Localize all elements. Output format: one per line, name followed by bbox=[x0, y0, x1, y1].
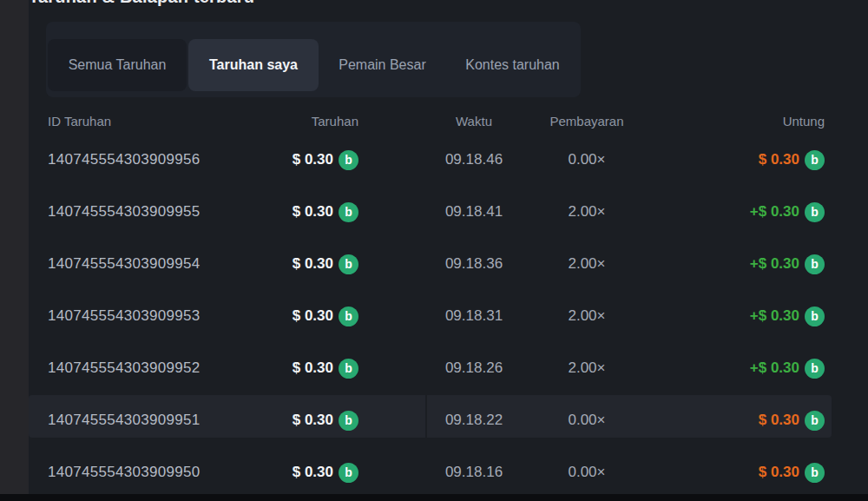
bc-coin-icon: b bbox=[339, 254, 358, 274]
table-row[interactable]: 140745554303909952 $ 0.30b 09.18.26 2.00… bbox=[29, 342, 832, 394]
bc-coin-icon: b bbox=[805, 202, 825, 222]
page-title: Taruhan & Balapan terbaru bbox=[29, 0, 463, 7]
bet-payout: 0.00× bbox=[568, 464, 605, 481]
bet-time: 09.18.16 bbox=[445, 464, 503, 481]
bet-payout: 2.00× bbox=[568, 307, 605, 325]
tab-label: Semua Taruhan bbox=[69, 57, 167, 73]
bet-id: 140745554303909954 bbox=[48, 255, 201, 273]
bet-amount: $ 0.30 bbox=[293, 359, 333, 377]
bets-panel: Taruhan & Balapan terbaru Semua Taruhan … bbox=[29, 0, 868, 494]
bet-payout: 0.00× bbox=[568, 412, 605, 429]
bet-profit: $ 0.30 bbox=[759, 412, 799, 429]
section-title-strip: Taruhan & Balapan terbaru bbox=[29, 0, 463, 8]
table-row[interactable]: 140745554303909956 $ 0.30b 09.18.46 0.00… bbox=[29, 134, 832, 186]
bet-time: 09.18.41 bbox=[445, 203, 503, 221]
bet-profit: +$ 0.30 bbox=[750, 307, 799, 325]
table-row[interactable]: 140745554303909954 $ 0.30b 09.18.36 2.00… bbox=[29, 238, 832, 290]
bet-id: 140745554303909950 bbox=[48, 464, 201, 481]
bc-coin-icon: b bbox=[339, 150, 358, 170]
table-header-row: ID Taruhan Taruhan Waktu Pembayaran Untu… bbox=[29, 108, 832, 134]
bet-profit: $ 0.30 bbox=[759, 151, 799, 168]
bc-coin-icon: b bbox=[339, 463, 358, 483]
tab-label: Kontes taruhan bbox=[465, 57, 560, 73]
bet-profit: +$ 0.30 bbox=[750, 255, 799, 273]
tab-pemain-besar[interactable]: Pemain Besar bbox=[319, 39, 445, 91]
table-row[interactable]: 140745554303909950 $ 0.30b 09.18.16 0.00… bbox=[29, 446, 832, 498]
bc-coin-icon: b bbox=[805, 307, 825, 326]
bet-profit: +$ 0.30 bbox=[750, 203, 799, 221]
bc-coin-icon: b bbox=[805, 254, 825, 274]
bet-time: 09.18.22 bbox=[445, 412, 503, 429]
bet-time: 09.18.46 bbox=[445, 151, 503, 168]
tab-label: Pemain Besar bbox=[339, 57, 426, 73]
bc-coin-icon: b bbox=[339, 202, 358, 222]
bet-time: 09.18.36 bbox=[445, 255, 503, 273]
bet-time: 09.18.26 bbox=[445, 359, 503, 377]
bet-profit: $ 0.30 bbox=[759, 464, 799, 481]
bet-id: 140745554303909951 bbox=[48, 412, 201, 429]
bet-id: 140745554303909953 bbox=[48, 307, 201, 325]
header-bet: Taruhan bbox=[237, 108, 358, 134]
bc-coin-icon: b bbox=[805, 463, 825, 483]
bet-payout: 2.00× bbox=[568, 255, 605, 273]
bc-coin-icon: b bbox=[339, 411, 358, 431]
bc-coin-icon: b bbox=[805, 150, 825, 170]
bc-coin-icon: b bbox=[339, 359, 358, 379]
bet-amount: $ 0.30 bbox=[293, 464, 333, 481]
bet-payout: 2.00× bbox=[568, 359, 605, 377]
bet-time: 09.18.31 bbox=[445, 307, 503, 325]
bet-payout: 0.00× bbox=[568, 151, 605, 168]
bc-coin-icon: b bbox=[339, 307, 358, 326]
bc-coin-icon: b bbox=[805, 411, 825, 431]
tab-label: Taruhan saya bbox=[209, 57, 298, 73]
bottom-divider bbox=[0, 494, 868, 501]
bets-table: ID Taruhan Taruhan Waktu Pembayaran Untu… bbox=[29, 108, 832, 498]
header-profit: Untung bbox=[783, 108, 825, 134]
bet-amount: $ 0.30 bbox=[293, 412, 333, 429]
header-id: ID Taruhan bbox=[48, 108, 111, 134]
table-row-highlighted[interactable]: 140745554303909951 $ 0.30b 09.18.22 0.00… bbox=[29, 394, 832, 446]
tab-semua-taruhan[interactable]: Semua Taruhan bbox=[48, 39, 187, 91]
tab-kontes-taruhan[interactable]: Kontes taruhan bbox=[446, 39, 579, 91]
header-payout: Pembayaran bbox=[500, 108, 674, 134]
tab-taruhan-saya[interactable]: Taruhan saya bbox=[188, 39, 319, 91]
bet-id: 140745554303909955 bbox=[48, 203, 201, 221]
table-row[interactable]: 140745554303909953 $ 0.30b 09.18.31 2.00… bbox=[29, 290, 832, 342]
bet-amount: $ 0.30 bbox=[293, 151, 333, 168]
table-row[interactable]: 140745554303909955 $ 0.30b 09.18.41 2.00… bbox=[29, 186, 832, 238]
bet-amount: $ 0.30 bbox=[293, 203, 333, 221]
bet-amount: $ 0.30 bbox=[293, 255, 333, 273]
bet-id: 140745554303909956 bbox=[48, 151, 201, 168]
bet-profit: +$ 0.30 bbox=[750, 359, 799, 377]
bet-payout: 2.00× bbox=[568, 203, 605, 221]
bc-coin-icon: b bbox=[805, 359, 825, 379]
bet-id: 140745554303909952 bbox=[48, 359, 201, 377]
bet-amount: $ 0.30 bbox=[293, 307, 333, 325]
bets-tab-bar: Semua Taruhan Taruhan saya Pemain Besar … bbox=[46, 22, 581, 97]
